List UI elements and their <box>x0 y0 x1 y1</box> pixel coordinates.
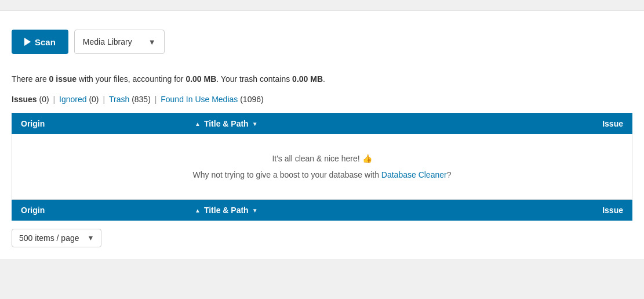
title-label-bottom: Title & Path <box>204 206 249 215</box>
toolbar: Scan Media Library ▼ <box>12 21 632 62</box>
col-origin-bottom: Origin <box>21 206 195 215</box>
title-label-top: Title & Path <box>204 119 249 128</box>
clean-message: It's all clean & nice here! 👍 Why not tr… <box>21 150 623 183</box>
issues-label: Issues <box>12 95 37 104</box>
sort-down-icon-top: ▼ <box>252 121 258 127</box>
summary-middle: with your files, accounting for <box>77 74 185 84</box>
sort-down-icon-bottom: ▼ <box>252 207 258 214</box>
clean-line1: It's all clean & nice here! 👍 <box>21 150 623 167</box>
scan-button[interactable]: Scan <box>12 30 68 54</box>
top-table-header: Origin ▲ Title & Path ▼ Issue <box>12 113 632 134</box>
summary-text: There are 0 issue with your files, accou… <box>12 73 632 85</box>
dropdown-label: Media Library <box>83 37 132 46</box>
filter-links: Issues (0) | Ignored (0) | Trash (835) |… <box>12 95 632 104</box>
per-page-chevron-icon: ▼ <box>88 234 94 242</box>
origin-label-bottom: Origin <box>21 206 45 215</box>
clean-line2: Why not trying to give a boost to your d… <box>21 167 623 183</box>
pagination-row: 500 items / page ▼ <box>12 221 632 247</box>
issues-count: (0) <box>39 95 49 104</box>
col-issue-bottom: Issue <box>554 206 623 215</box>
chevron-down-icon: ▼ <box>148 38 156 46</box>
database-cleaner-link[interactable]: Database Cleaner <box>381 170 447 179</box>
issue-word: issue <box>53 74 77 84</box>
sort-up-icon-bottom: ▲ <box>195 207 201 214</box>
col-issue-top: Issue <box>554 119 623 128</box>
col-origin-top: Origin <box>21 119 195 128</box>
scan-label: Scan <box>35 37 56 47</box>
clean-line2-prefix: Why not trying to give a boost to your d… <box>193 170 381 179</box>
separator-1: | <box>53 95 58 104</box>
media-library-dropdown[interactable]: Media Library ▼ <box>74 30 165 54</box>
trash-size: 0.00 MB <box>292 74 323 84</box>
issue-label-bottom: Issue <box>602 206 623 215</box>
per-page-dropdown[interactable]: 500 items / page ▼ <box>12 229 101 247</box>
sort-up-icon-top: ▲ <box>195 121 201 127</box>
ignored-count: (0) <box>89 95 99 104</box>
play-icon <box>24 38 31 46</box>
col-title-top: ▲ Title & Path ▼ <box>195 119 554 128</box>
col-title-bottom: ▲ Title & Path ▼ <box>195 206 554 215</box>
trash-prefix: . Your trash contains <box>216 74 292 84</box>
found-count: (1096) <box>240 95 263 104</box>
found-in-use-link[interactable]: Found In Use Medias <box>161 95 238 104</box>
summary-suffix: . <box>323 74 325 84</box>
origin-label-top: Origin <box>21 119 45 128</box>
per-page-label: 500 items / page <box>19 233 79 243</box>
trash-count: (835) <box>132 95 151 104</box>
bottom-table-header: Origin ▲ Title & Path ▼ Issue <box>12 200 632 221</box>
separator-3: | <box>155 95 159 104</box>
issue-label-top: Issue <box>602 119 623 128</box>
trash-link[interactable]: Trash <box>109 95 129 104</box>
table-body: It's all clean & nice here! 👍 Why not tr… <box>12 134 632 200</box>
ignored-link[interactable]: Ignored <box>59 95 86 104</box>
clean-line2-suffix: ? <box>447 170 452 179</box>
file-size: 0.00 MB <box>185 74 216 84</box>
separator-2: | <box>103 95 107 104</box>
summary-prefix: There are <box>12 74 49 84</box>
